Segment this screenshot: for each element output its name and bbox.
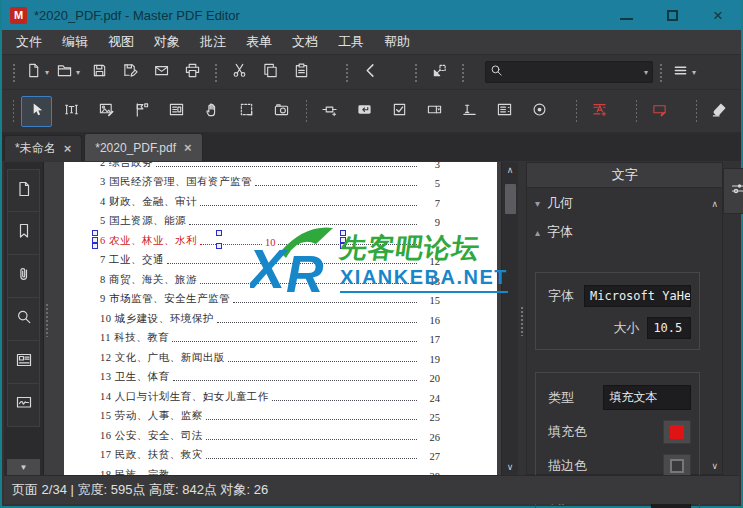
menu-item-工具[interactable]: 工具 bbox=[328, 30, 374, 54]
toc-row[interactable]: 10 城乡建设、环境保护16 bbox=[100, 309, 440, 329]
open-file-button[interactable]: ▾ bbox=[55, 59, 82, 86]
paste-button[interactable] bbox=[288, 59, 315, 86]
fill-color-button[interactable] bbox=[663, 420, 691, 444]
email-button[interactable] bbox=[148, 59, 175, 86]
toc-row[interactable]: 4 财政、金融、审计7 bbox=[100, 192, 440, 212]
selection-handle[interactable] bbox=[216, 230, 222, 236]
menu-item-文档[interactable]: 文档 bbox=[282, 30, 328, 54]
save-as-button[interactable] bbox=[117, 59, 144, 86]
back-button[interactable] bbox=[357, 59, 384, 86]
sidebar-form-properties-button[interactable] bbox=[7, 341, 40, 384]
document-tab[interactable]: *未命名× bbox=[4, 135, 82, 161]
copy-button[interactable] bbox=[257, 59, 284, 86]
new-document-button-dropdown-icon[interactable]: ▾ bbox=[45, 68, 49, 77]
scroll-up-icon[interactable]: ∧ bbox=[502, 162, 518, 178]
main-menu-button-dropdown-icon[interactable]: ▾ bbox=[692, 68, 696, 77]
select-tool-button[interactable] bbox=[21, 96, 52, 127]
fit-page-button[interactable] bbox=[426, 59, 453, 86]
pdf-page[interactable]: 2 综合政务33 国民经济管理、国有资产监管54 财政、金融、审计75 国土资源… bbox=[64, 162, 497, 475]
sidebar-resize-grip[interactable] bbox=[45, 303, 50, 337]
toc-row[interactable]: 11 科技、教育17 bbox=[100, 329, 440, 349]
sidebar-search-button[interactable] bbox=[7, 298, 40, 341]
menu-item-对象[interactable]: 对象 bbox=[144, 30, 190, 54]
toc-row[interactable]: 14 人口与计划生育、妇女儿童工作24 bbox=[100, 387, 440, 407]
sidebar-signatures-button[interactable] bbox=[7, 384, 40, 427]
document-scrollbar[interactable]: ∧ ∨ bbox=[501, 162, 518, 475]
document-area[interactable]: 2 综合政务33 国民经济管理、国有资产监管54 财政、金融、审计75 国土资源… bbox=[44, 162, 518, 475]
toc-row[interactable]: 15 劳动、人事、监察25 bbox=[100, 407, 440, 427]
type-select[interactable]: 填充文本 bbox=[603, 385, 691, 410]
edit-image-tool-button[interactable] bbox=[91, 96, 122, 127]
panel-scrollbar[interactable]: ∧ ∨ bbox=[707, 196, 722, 474]
open-file-button-dropdown-icon[interactable]: ▾ bbox=[76, 68, 80, 77]
toolbar-grip[interactable] bbox=[11, 98, 14, 124]
selection-handle[interactable] bbox=[92, 230, 98, 236]
toc-row[interactable]: 13 卫生、体育20 bbox=[100, 368, 440, 388]
form-list-tool-button[interactable] bbox=[161, 96, 192, 127]
section-geometry[interactable]: ▾ 几何 bbox=[527, 188, 722, 217]
section-font[interactable]: ▴ 字体 bbox=[527, 217, 722, 246]
search-dropdown-icon[interactable]: ▾ bbox=[644, 68, 648, 77]
text-annotation-button[interactable] bbox=[584, 96, 615, 127]
toolbar-grip[interactable] bbox=[213, 62, 219, 82]
scroll-down-icon[interactable]: ∨ bbox=[502, 459, 518, 475]
panel-scroll-up-icon[interactable]: ∧ bbox=[707, 196, 722, 212]
font-size-field[interactable]: 10.5 bbox=[647, 317, 691, 339]
radio-field-button[interactable] bbox=[524, 96, 555, 127]
menu-item-文件[interactable]: 文件 bbox=[6, 30, 52, 54]
rectangle-annotation-button[interactable] bbox=[644, 96, 675, 127]
menu-item-视图[interactable]: 视图 bbox=[98, 30, 144, 54]
menu-item-帮助[interactable]: 帮助 bbox=[374, 30, 420, 54]
sidebar-scroll-down-button[interactable]: ▼ bbox=[7, 459, 40, 475]
font-family-field[interactable]: Microsoft YaHei bbox=[584, 285, 691, 307]
insert-link-button[interactable] bbox=[314, 96, 345, 127]
scrollbar-thumb[interactable] bbox=[505, 184, 516, 214]
toolbar-grip[interactable] bbox=[460, 62, 466, 82]
toolbar-grip[interactable] bbox=[694, 98, 697, 124]
toc-row[interactable]: 16 公安、安全、司法26 bbox=[100, 426, 440, 446]
toolbar-grip[interactable] bbox=[658, 62, 664, 82]
toolbar-grip[interactable] bbox=[574, 98, 577, 124]
document-tab[interactable]: *2020_PDF.pdf× bbox=[84, 133, 202, 161]
maximize-button[interactable] bbox=[649, 0, 695, 30]
toc-row[interactable]: 18 民族、宗教28 bbox=[100, 465, 440, 475]
toc-row[interactable]: 2 综合政务3 bbox=[100, 162, 440, 173]
toolbar-grip[interactable] bbox=[11, 62, 17, 82]
select-region-tool-button[interactable] bbox=[231, 96, 262, 127]
close-button[interactable]: × bbox=[695, 0, 741, 30]
selection-handle[interactable] bbox=[92, 243, 98, 249]
sidebar-bookmarks-button[interactable] bbox=[7, 212, 40, 255]
panel-scroll-down-icon[interactable]: ∨ bbox=[707, 458, 722, 474]
main-menu-button[interactable]: ▾ bbox=[671, 59, 698, 86]
toolbar-grip[interactable] bbox=[304, 98, 307, 124]
combobox-field-button[interactable] bbox=[419, 96, 450, 127]
print-button[interactable] bbox=[179, 59, 206, 86]
tab-close-icon[interactable]: × bbox=[64, 141, 72, 156]
panel-splitter[interactable] bbox=[518, 162, 526, 475]
object-properties-tab[interactable] bbox=[723, 168, 743, 214]
hand-tool-button[interactable] bbox=[196, 96, 227, 127]
toc-row[interactable]: 17 民政、扶贫、救灾27 bbox=[100, 446, 440, 466]
text-field-button[interactable] bbox=[454, 96, 485, 127]
edit-text-tool-button[interactable] bbox=[56, 96, 87, 127]
minimize-button[interactable] bbox=[603, 0, 649, 30]
toolbar-grip[interactable] bbox=[413, 62, 419, 82]
snapshot-tool-button[interactable] bbox=[266, 96, 297, 127]
toolbar-grip[interactable] bbox=[344, 62, 350, 82]
cut-button[interactable] bbox=[226, 59, 253, 86]
new-document-button[interactable]: ▾ bbox=[24, 59, 51, 86]
eraser-tool-button[interactable] bbox=[704, 96, 735, 127]
tab-close-icon[interactable]: × bbox=[184, 140, 192, 155]
sidebar-pages-button[interactable] bbox=[7, 169, 40, 212]
listbox-field-button[interactable] bbox=[489, 96, 520, 127]
save-button[interactable] bbox=[86, 59, 113, 86]
edit-forms-tool-button[interactable] bbox=[126, 96, 157, 127]
selection-handle[interactable] bbox=[92, 237, 98, 243]
toolbar-grip[interactable] bbox=[634, 98, 637, 124]
menu-item-批注[interactable]: 批注 bbox=[190, 30, 236, 54]
push-button-field-button[interactable] bbox=[349, 96, 380, 127]
menu-item-表单[interactable]: 表单 bbox=[236, 30, 282, 54]
checkbox-field-button[interactable] bbox=[384, 96, 415, 127]
toc-row[interactable]: 3 国民经济管理、国有资产监管5 bbox=[100, 173, 440, 193]
toc-row[interactable]: 12 文化、广电、新闻出版19 bbox=[100, 348, 440, 368]
